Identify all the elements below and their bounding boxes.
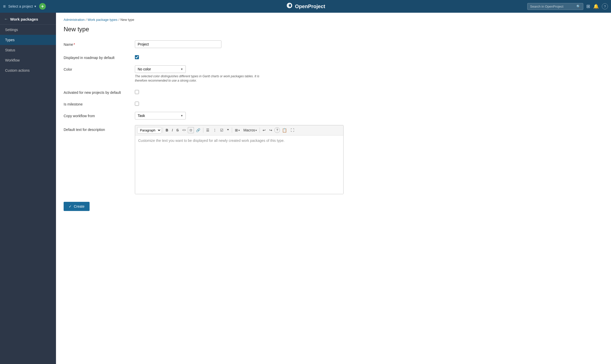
sidebar-item-types[interactable]: Types	[0, 35, 56, 45]
color-label: Color	[64, 65, 135, 71]
activated-control	[135, 90, 344, 94]
milestone-control	[135, 102, 344, 106]
create-label: Create	[74, 204, 84, 208]
toolbar-separator-3	[232, 128, 232, 133]
page-title: New type	[64, 26, 603, 33]
color-select[interactable]: No color	[135, 65, 186, 73]
create-button[interactable]: ✓ Create	[64, 202, 90, 211]
create-icon: ✓	[69, 204, 72, 208]
activated-checkbox[interactable]	[135, 90, 139, 94]
form-actions: ✓ Create	[64, 202, 603, 211]
roadmap-control	[135, 55, 344, 59]
paragraph-select[interactable]: ParagraphHeading 1Heading 2Heading 3	[137, 127, 161, 133]
color-row: Color No color The selected color distin…	[64, 65, 344, 83]
form-section: Name* Displayed in roadmap by default Co…	[64, 40, 344, 194]
editor-body[interactable]: Customize the text you want to be displa…	[135, 135, 343, 194]
redo-button[interactable]: ↪	[268, 127, 274, 133]
task-list-button[interactable]: ☑	[219, 127, 225, 133]
color-control: No color The selected color distinguishe…	[135, 65, 344, 83]
undo-button[interactable]: ↩	[261, 127, 267, 133]
color-select-wrap: No color	[135, 65, 186, 73]
sidebar-title: Work packages	[10, 17, 38, 21]
description-row: Default text for description ParagraphHe…	[64, 125, 344, 194]
macros-dropdown-button[interactable]: Macros ▾	[242, 127, 258, 133]
sidebar-back-icon[interactable]: ←	[4, 17, 8, 21]
top-nav: ≡ Select a project ▼ + OpenProject 🔍 ⊞ 🔔…	[0, 0, 611, 13]
copy-workflow-control: TaskBugFeatureMilestonePhaseEpic	[135, 112, 344, 119]
roadmap-label: Displayed in roadmap by default	[64, 54, 135, 60]
sidebar: ← Work packages SettingsTypesStatusWorkf…	[0, 13, 56, 364]
code-block-button[interactable]: ⊡	[188, 127, 194, 133]
italic-button[interactable]: I	[170, 127, 174, 133]
description-control: ParagraphHeading 1Heading 2Heading 3 B I…	[135, 125, 344, 194]
description-label: Default text for description	[64, 125, 135, 132]
main-content: Administration / Work package types / Ne…	[56, 13, 611, 364]
search-input[interactable]	[530, 5, 575, 8]
numbered-list-button[interactable]: ⋮	[211, 127, 218, 133]
blockquote-button[interactable]: ❝	[225, 127, 231, 133]
sidebar-item-workflow[interactable]: Workflow	[0, 55, 56, 65]
sidebar-item-status[interactable]: Status	[0, 45, 56, 55]
toolbar-separator-2	[203, 128, 203, 133]
strikethrough-button[interactable]: S	[175, 127, 180, 133]
name-label: Name*	[64, 40, 135, 47]
bullet-list-button[interactable]: ☰	[205, 127, 211, 133]
table-dropdown-button[interactable]: ⊞ ▾	[233, 127, 241, 133]
logo-icon	[286, 3, 293, 10]
logo-text: OpenProject	[295, 4, 325, 9]
milestone-checkbox[interactable]	[135, 102, 139, 106]
name-required: *	[74, 42, 75, 47]
activated-row: Activated for new projects by default	[64, 88, 344, 95]
breadcrumb: Administration / Work package types / Ne…	[64, 18, 603, 22]
code-button[interactable]: <>	[181, 127, 187, 133]
roadmap-checkbox[interactable]	[135, 55, 139, 59]
editor-help-button[interactable]: ?	[274, 127, 280, 133]
editor-container: ParagraphHeading 1Heading 2Heading 3 B I…	[135, 125, 344, 194]
toolbar-separator-1	[163, 128, 163, 133]
activated-label: Activated for new projects by default	[64, 88, 135, 95]
name-control	[135, 40, 344, 48]
copy-workflow-label: Copy workflow from	[64, 112, 135, 118]
add-project-button[interactable]: +	[39, 3, 46, 10]
bold-button[interactable]: B	[164, 127, 170, 133]
roadmap-row: Displayed in roadmap by default	[64, 54, 344, 60]
copy-workflow-row: Copy workflow from TaskBugFeatureMilesto…	[64, 112, 344, 119]
sidebar-item-custom-actions[interactable]: Custom actions	[0, 65, 56, 75]
sidebar-item-settings[interactable]: Settings	[0, 25, 56, 35]
source-button[interactable]: 📋	[280, 127, 289, 134]
breadcrumb-admin[interactable]: Administration	[64, 18, 84, 22]
copy-workflow-select-wrap: TaskBugFeatureMilestonePhaseEpic	[135, 112, 186, 119]
search-icon: 🔍	[576, 5, 580, 8]
toolbar-separator-4	[260, 128, 260, 133]
editor-toolbar: ParagraphHeading 1Heading 2Heading 3 B I…	[135, 125, 343, 135]
name-row: Name*	[64, 40, 344, 48]
milestone-row: Is milestone	[64, 100, 344, 106]
search-box[interactable]: 🔍	[527, 3, 583, 10]
sidebar-header: ← Work packages	[0, 13, 56, 25]
grid-icon[interactable]: ⊞	[586, 4, 590, 9]
color-hint: The selected color distinguishes differe…	[135, 74, 262, 83]
milestone-label: Is milestone	[64, 100, 135, 106]
hamburger-icon[interactable]: ≡	[3, 4, 6, 9]
bell-icon[interactable]: 🔔	[593, 4, 599, 9]
breadcrumb-current: New type	[120, 18, 134, 22]
name-input[interactable]	[135, 40, 221, 48]
editor-placeholder: Customize the text you want to be displa…	[138, 139, 285, 143]
breadcrumb-work-package-types[interactable]: Work package types	[88, 18, 118, 22]
link-button[interactable]: 🔗	[194, 127, 202, 133]
help-icon[interactable]: ?	[602, 3, 608, 9]
copy-workflow-select[interactable]: TaskBugFeatureMilestonePhaseEpic	[135, 112, 186, 119]
fullscreen-button[interactable]: ⛶	[289, 127, 296, 133]
project-selector[interactable]: Select a project ▼	[8, 4, 37, 8]
